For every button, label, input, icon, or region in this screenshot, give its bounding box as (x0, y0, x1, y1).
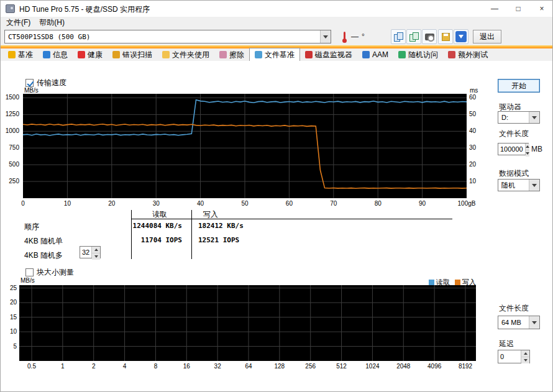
download-arrow-icon (455, 31, 467, 42)
spin-down-button[interactable] (92, 253, 100, 260)
tab-benchmark[interactable]: 基准 (3, 48, 38, 61)
data-mode-label: 数据模式 (499, 168, 529, 179)
table-divider-horizontal (131, 219, 452, 219)
aam-icon (362, 51, 370, 58)
spin-up-button[interactable] (92, 247, 100, 253)
file-length-value[interactable]: 100000 (498, 144, 525, 155)
titlebar: HD Tune Pro 5.75 - 硬盘/SSD 实用程序 — □ × (1, 1, 552, 17)
main-chart-y-axis-left: 250500750100012501500 (2, 94, 21, 198)
tab-label: 额外测试 (458, 50, 488, 60)
tab-info[interactable]: 信息 (38, 48, 73, 61)
health-icon (78, 51, 85, 58)
spin-down-button[interactable] (521, 357, 529, 363)
delay-input[interactable]: 0 (498, 350, 530, 363)
spin-up-button[interactable] (521, 350, 529, 357)
menu-help[interactable]: 帮助(H) (35, 17, 69, 28)
tab-extra-tests[interactable]: 额外测试 (443, 48, 493, 61)
file-benchmark-icon (255, 51, 262, 58)
exit-button[interactable]: 退出 (473, 30, 501, 43)
table-divider-vertical-1 (131, 210, 132, 259)
main-chart-y-axis-right: 102030405060 (468, 94, 489, 198)
axis-tick-label: 1000 (6, 127, 19, 134)
checkbox-box (25, 79, 34, 87)
block-file-length-combobox[interactable]: 64 MB (498, 316, 540, 329)
write-legend-swatch (455, 280, 460, 285)
axis-tick-label: 100gB (458, 200, 476, 207)
spin-down-button[interactable] (526, 150, 529, 157)
axis-tick-label: 80 (375, 200, 382, 207)
axis-tick-label: 50 (469, 111, 476, 117)
sequential-write-value: 182412 KB/s (198, 222, 244, 230)
tab-folder-usage[interactable]: 文件夹使用 (157, 48, 214, 61)
read-column-header: 读取 (152, 209, 167, 220)
benchmark-icon (8, 51, 16, 58)
copy-image-button[interactable] (406, 29, 421, 44)
axis-tick-label: 1024 (365, 363, 379, 370)
write-column-header: 写入 (203, 209, 218, 220)
dropdown-arrow-icon[interactable] (529, 180, 539, 191)
drive-select-combobox[interactable]: CT500P1SSD8 (500 GB) (4, 30, 331, 43)
menu-file[interactable]: 文件(F) (2, 17, 35, 28)
tab-health[interactable]: 健康 (73, 48, 107, 61)
data-mode-value: 随机 (498, 180, 529, 191)
tab-label: 健康 (88, 50, 103, 60)
maximize-button[interactable]: □ (506, 1, 530, 17)
row-label-4kb-random-multi: 4KB 随机多 (24, 250, 63, 261)
axis-tick-label: 16 (183, 363, 190, 370)
axis-tick-label: 40 (469, 127, 476, 134)
axis-tick-label: 10 (64, 200, 71, 207)
erase-icon (219, 51, 227, 58)
dropdown-arrow-icon[interactable] (529, 112, 539, 123)
axis-tick-label: 512 (336, 363, 347, 370)
update-button[interactable] (454, 29, 468, 44)
axis-tick-label: 750 (9, 144, 19, 151)
copy-image-icon (409, 32, 418, 41)
axis-tick-label: 10 (10, 328, 17, 335)
queue-depth-input[interactable]: 32 (80, 246, 101, 258)
block-size-chart (19, 285, 476, 361)
tab-error-scan[interactable]: 错误扫描 (107, 48, 157, 61)
axis-tick-label: 2048 (396, 363, 410, 370)
tab-label: 擦除 (229, 50, 244, 60)
transfer-speed-checkbox-label: 传输速度 (37, 78, 66, 88)
delay-value[interactable]: 0 (498, 350, 521, 363)
tab-label: 信息 (53, 50, 68, 60)
axis-tick-label: 1 (61, 363, 65, 370)
sequential-read-value: 1244084 KB/s (132, 222, 182, 230)
data-mode-combobox[interactable]: 随机 (498, 179, 540, 191)
axis-tick-label: 60 (469, 94, 476, 101)
folder-usage-icon (162, 51, 170, 58)
axis-tick-label: 1250 (6, 111, 19, 117)
queue-depth-value[interactable]: 32 (80, 247, 91, 258)
dropdown-arrow-icon[interactable] (320, 30, 331, 43)
block-size-checkbox[interactable]: 块大小测量 (25, 267, 74, 278)
copy-text-button[interactable] (391, 29, 406, 44)
tab-bar: 基准信息健康错误扫描文件夹使用擦除文件基准磁盘监视器AAM随机访问额外测试 (1, 48, 552, 61)
tab-aam[interactable]: AAM (357, 48, 393, 61)
axis-tick-label: 40 (197, 200, 204, 207)
axis-tick-label: 25 (10, 285, 17, 291)
drive-combobox-value: D: (498, 112, 529, 123)
save-button[interactable] (438, 29, 453, 44)
axis-tick-label: 8192 (459, 363, 472, 370)
start-button[interactable]: 开始 (498, 79, 540, 93)
tab-erase[interactable]: 擦除 (214, 48, 249, 61)
row-label-sequential: 顺序 (24, 222, 39, 232)
read-legend-swatch (429, 280, 434, 285)
dropdown-arrow-icon[interactable] (529, 316, 539, 329)
tab-disk-monitor[interactable]: 磁盘监视器 (300, 48, 357, 61)
screenshot-button[interactable] (422, 29, 437, 44)
axis-tick-label: 128 (275, 363, 285, 370)
minimize-button[interactable]: — (483, 1, 506, 17)
tab-file-benchmark[interactable]: 文件基准 (249, 48, 300, 61)
file-length-input[interactable]: 100000 (498, 143, 529, 155)
axis-tick-label: 8 (154, 363, 158, 370)
copy-icon (394, 32, 403, 41)
drive-combobox[interactable]: D: (498, 111, 540, 124)
close-button[interactable]: × (530, 1, 553, 17)
random-single-write-value: 12521 IOPS (198, 236, 239, 244)
tab-random-access[interactable]: 随机访问 (393, 48, 443, 61)
block-file-length-label: 文件长度 (499, 303, 529, 314)
axis-tick-label: 32 (214, 363, 221, 370)
spin-up-button[interactable] (526, 144, 529, 150)
